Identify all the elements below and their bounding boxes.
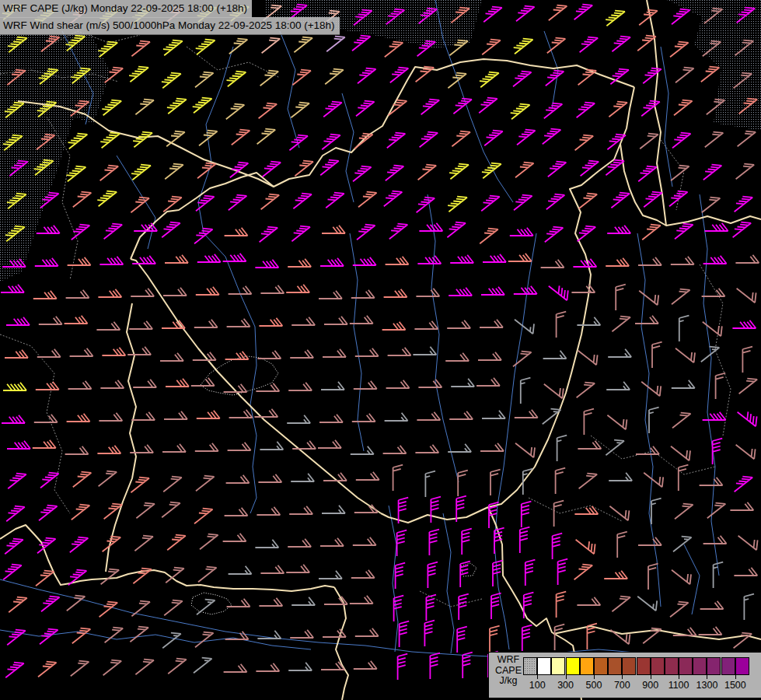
legend-tick-mark xyxy=(735,675,736,679)
legend-color-box xyxy=(735,657,749,675)
legend-tick-mark xyxy=(537,675,538,679)
title-wind-shear: WRF Wind shear (m/s) 500/1000hPa Monday … xyxy=(0,17,340,35)
legend-tick-mark xyxy=(679,675,679,679)
legend-color-box xyxy=(580,657,594,675)
legend-tick-label: 1300 xyxy=(691,680,722,691)
legend-tick-label: 700 xyxy=(606,680,637,691)
legend-tick-label: 500 xyxy=(578,680,609,691)
legend-color-box xyxy=(608,657,622,675)
legend-color-box xyxy=(551,657,565,675)
weather-map-viewport: WRF CAPE (J/kg) Monday 22-09-2025 18:00 … xyxy=(0,0,761,700)
legend-color-box xyxy=(679,657,693,675)
legend-tick-label: 1500 xyxy=(720,680,751,691)
map-svg xyxy=(0,0,761,700)
legend-color-box xyxy=(537,657,551,675)
legend-tick-mark xyxy=(622,675,623,679)
legend-color-box xyxy=(594,657,608,675)
legend-tick-mark xyxy=(594,675,595,679)
legend-color-box xyxy=(637,657,651,675)
legend-color-box xyxy=(693,657,707,675)
legend-tick-label: 300 xyxy=(550,680,581,691)
legend-color-box xyxy=(523,657,537,675)
legend-color-box xyxy=(566,657,580,675)
legend-label-line: WRF xyxy=(494,655,523,666)
cape-legend: WRF CAPE J/kg 10030050070090011001300150… xyxy=(488,652,761,698)
legend-color-box xyxy=(651,657,665,675)
legend-color-box xyxy=(622,657,636,675)
legend-tick-label: 1100 xyxy=(663,680,694,691)
legend-label: WRF CAPE J/kg xyxy=(494,655,523,687)
legend-tick-label: 900 xyxy=(635,680,666,691)
legend-color-box xyxy=(721,657,735,675)
legend-label-line: J/kg xyxy=(494,676,523,687)
legend-tick-label: 100 xyxy=(522,680,553,691)
legend-color-box xyxy=(707,657,721,675)
legend-tick-mark xyxy=(651,675,651,679)
legend-color-box xyxy=(665,657,679,675)
title-cape: WRF CAPE (J/kg) Monday 22-09-2025 18:00 … xyxy=(0,0,252,18)
legend-tick-mark xyxy=(566,675,567,679)
legend-tick-mark xyxy=(707,675,707,679)
legend-label-line: CAPE xyxy=(494,666,523,677)
